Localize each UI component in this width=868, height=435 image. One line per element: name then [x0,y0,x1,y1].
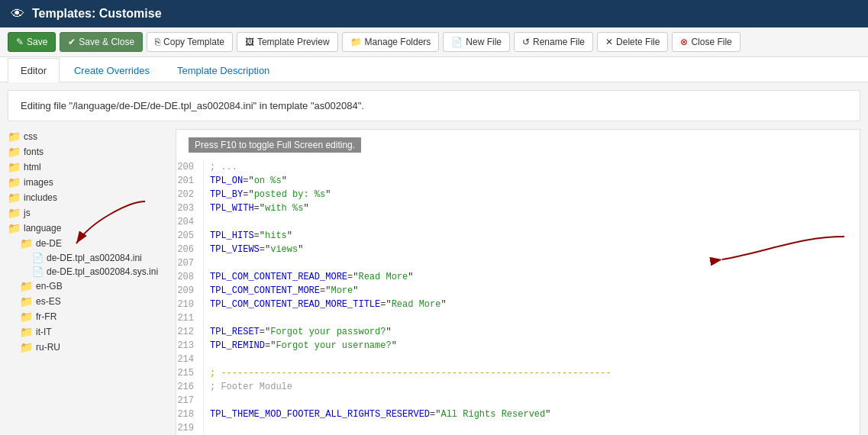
save-close-button[interactable]: ✔ Save & Close [60,32,143,52]
delete-file-button[interactable]: ✕ Delete File [597,32,668,52]
editor-hint: Press F10 to toggle Full Screen editing. [189,137,361,153]
code-line-218: 218 TPL_THEME_MOD_FOOTER_ALL_RIGHTS_RESE… [176,408,860,421]
delete-icon: ✕ [605,37,613,47]
folder-language-icon: 📁 [8,222,21,234]
code-line-206: 206 TPL_VIEWS="views" [176,243,860,256]
tree-item-ini-file[interactable]: 📄 de-DE.tpl_as002084.ini [8,251,168,265]
folder-html-icon: 📁 [8,161,21,173]
folder-it-it-icon: 📁 [20,326,33,338]
folder-ru-ru-icon: 📁 [20,341,33,353]
code-editor[interactable]: 200 ; ... 201 TPL_ON="on %s" 202 TPL_BY=… [176,160,860,435]
copy-icon: ⎘ [155,37,160,47]
tree-item-includes[interactable]: 📁 includes [8,190,168,205]
file-sys-ini-icon: 📄 [32,266,44,277]
new-file-button[interactable]: 📄 New File [443,32,510,52]
tab-editor[interactable]: Editor [8,58,60,82]
code-line-219: 219 [176,421,860,435]
tree-item-de-DE[interactable]: 📁 de-DE [8,236,168,251]
code-line-209: 209 TPL_COM_CONTENT_MORE="More" [176,284,860,298]
folder-js-icon: 📁 [8,207,21,219]
code-line-204: 204 [176,215,860,229]
code-line-208: 208 TPL_COM_CONTENT_READ_MORE="Read More… [176,270,860,284]
toolbar: ✎ Save ✔ Save & Close ⎘ Copy Template 🖼 … [0,27,868,57]
code-line-205: 205 TPL_HITS="hits" [176,229,860,243]
code-line-212: 212 TPL_RESET="Forgot your password?" [176,325,860,339]
tree-item-fr-FR[interactable]: 📁 fr-FR [8,309,168,324]
rename-icon: ↺ [522,37,530,47]
tab-bar: Editor Create Overrides Template Descrip… [0,57,868,82]
rename-file-button[interactable]: ↺ Rename File [514,32,593,52]
code-line-203: 203 TPL_WITH="with %s" [176,201,860,215]
close-file-button[interactable]: ⊗ Close File [672,32,740,52]
eye-icon: 👁 [11,6,24,22]
folder-includes-icon: 📁 [8,192,21,204]
code-line-215: 215 ; ----------------------------------… [176,366,860,380]
tree-item-images[interactable]: 📁 images [8,175,168,190]
tree-item-fonts[interactable]: 📁 fonts [8,144,168,160]
folder-fr-fr-icon: 📁 [20,311,33,323]
code-line-207: 207 [176,256,860,270]
folder-fonts-icon: 📁 [8,146,21,158]
header: 👁 Templates: Customise [0,0,868,27]
main-content: 📁 css 📁 fonts 📁 html 📁 images 📁 includes… [0,129,868,435]
page-title: Templates: Customise [32,7,162,21]
folder-de-de-icon: 📁 [20,237,33,250]
info-bar: Editing file "/language/de-DE/de-DE.tpl_… [8,90,860,121]
tree-item-sys-ini-file[interactable]: 📄 de-DE.tpl_as002084.sys.ini [8,265,168,279]
copy-template-button[interactable]: ⎘ Copy Template [147,32,233,52]
editor-panel[interactable]: Press F10 to toggle Full Screen editing.… [176,129,860,435]
tree-item-html[interactable]: 📁 html [8,160,168,175]
folder-es-es-icon: 📁 [20,295,33,308]
code-line-213: 213 TPL_REMIND="Forgot your username?" [176,339,860,353]
folder-css-icon: 📁 [8,130,21,143]
check-icon: ✔ [68,37,76,47]
preview-icon: 🖼 [245,37,254,47]
folder-icon: 📁 [350,37,362,47]
tree-item-es-ES[interactable]: 📁 es-ES [8,294,168,309]
tree-item-ru-RU[interactable]: 📁 ru-RU [8,340,168,355]
manage-folders-button[interactable]: 📁 Manage Folders [342,32,440,52]
code-line-210: 210 TPL_COM_CONTENT_READ_MORE_TITLE="Rea… [176,298,860,311]
folder-en-gb-icon: 📁 [20,280,33,292]
template-preview-button[interactable]: 🖼 Template Preview [237,32,338,52]
close-icon: ⊗ [680,37,688,47]
code-line-211: 211 [176,311,860,325]
file-ini-icon: 📄 [32,253,44,263]
tab-create-overrides[interactable]: Create Overrides [61,58,163,82]
tab-template-description[interactable]: Template Description [164,58,282,82]
code-line-214: 214 [176,353,860,366]
folder-images-icon: 📁 [8,176,21,188]
edit-icon: ✎ [16,37,24,47]
code-line-217: 217 [176,394,860,408]
tree-item-language[interactable]: 📁 language [8,221,168,236]
code-line-200: 200 ; ... [176,160,860,174]
code-line-202: 202 TPL_BY="posted by: %s" [176,188,860,201]
editing-info: Editing file "/language/de-DE/de-DE.tpl_… [21,100,364,111]
tree-item-en-GB[interactable]: 📁 en-GB [8,279,168,294]
file-tree: 📁 css 📁 fonts 📁 html 📁 images 📁 includes… [8,129,176,435]
save-button[interactable]: ✎ Save [8,32,56,52]
tree-item-it-IT[interactable]: 📁 it-IT [8,324,168,340]
code-line-216: 216 ; Footer Module [176,380,860,394]
new-file-icon: 📄 [451,37,463,47]
tree-item-js[interactable]: 📁 js [8,205,168,221]
code-line-201: 201 TPL_ON="on %s" [176,174,860,188]
tree-item-css[interactable]: 📁 css [8,129,168,144]
